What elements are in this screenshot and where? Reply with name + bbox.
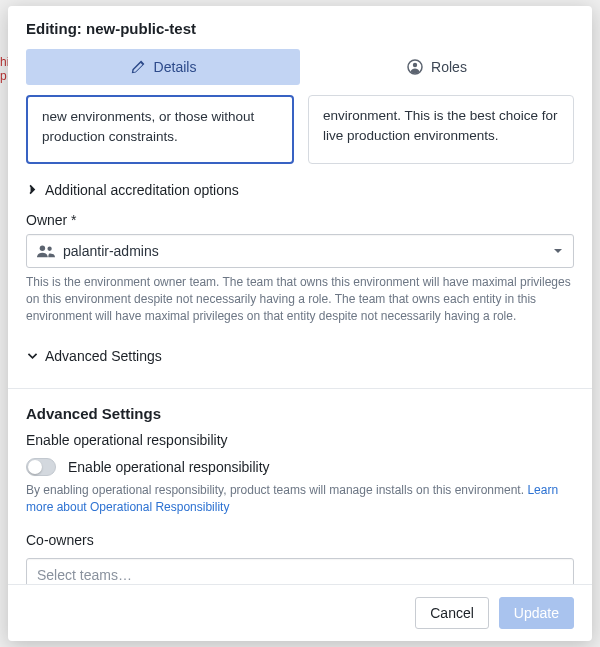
accreditation-cards: new environments, or those without produ…: [26, 95, 574, 164]
update-button[interactable]: Update: [499, 597, 574, 629]
svg-point-1: [413, 63, 417, 67]
accreditation-card-alt[interactable]: environment. This is the best choice for…: [308, 95, 574, 164]
accreditation-card-selected[interactable]: new environments, or those without produ…: [26, 95, 294, 164]
coowners-input[interactable]: [26, 558, 574, 584]
svg-point-2: [40, 245, 45, 250]
advanced-settings-header: Advanced Settings: [26, 389, 574, 432]
advanced-settings-expander[interactable]: Advanced Settings: [26, 342, 574, 378]
advanced-expander-label: Advanced Settings: [45, 348, 162, 364]
owner-value: palantir-admins: [63, 243, 553, 259]
op-resp-toggle-label: Enable operational responsibility: [68, 459, 270, 475]
tabs: Details Roles: [8, 49, 592, 95]
op-resp-toggle-row: Enable operational responsibility: [26, 458, 574, 476]
modal-body: new environments, or those without produ…: [8, 95, 592, 584]
owner-help-text: This is the environment owner team. The …: [26, 274, 574, 326]
svg-point-3: [47, 246, 51, 250]
edit-environment-modal: Editing: new-public-test Details Roles n…: [8, 6, 592, 641]
tab-roles[interactable]: Roles: [300, 49, 574, 85]
tab-roles-label: Roles: [431, 59, 467, 75]
toggle-knob: [28, 460, 42, 474]
people-icon: [37, 244, 55, 258]
op-resp-label: Enable operational responsibility: [26, 432, 574, 448]
caret-down-icon: [553, 246, 563, 256]
modal-title: Editing: new-public-test: [8, 6, 592, 49]
op-resp-toggle[interactable]: [26, 458, 56, 476]
chevron-down-icon: [26, 349, 39, 362]
tab-details-label: Details: [154, 59, 197, 75]
chevron-right-icon: [26, 183, 39, 196]
card-text-left: new environments, or those without produ…: [42, 109, 254, 144]
modal-footer: Cancel Update: [8, 584, 592, 641]
accreditation-expander-label: Additional accreditation options: [45, 182, 239, 198]
op-resp-help-text: By enabling operational responsibility, …: [26, 483, 527, 497]
owner-select[interactable]: palantir-admins: [26, 234, 574, 268]
coowners-label: Co-owners: [26, 532, 574, 548]
card-text-right: environment. This is the best choice for…: [323, 108, 558, 143]
tab-details[interactable]: Details: [26, 49, 300, 85]
cancel-button[interactable]: Cancel: [415, 597, 489, 629]
additional-accreditation-expander[interactable]: Additional accreditation options: [26, 176, 574, 212]
owner-label: Owner *: [26, 212, 574, 228]
op-resp-help: By enabling operational responsibility, …: [26, 482, 574, 517]
person-circle-icon: [407, 59, 423, 75]
pencil-icon: [130, 59, 146, 75]
